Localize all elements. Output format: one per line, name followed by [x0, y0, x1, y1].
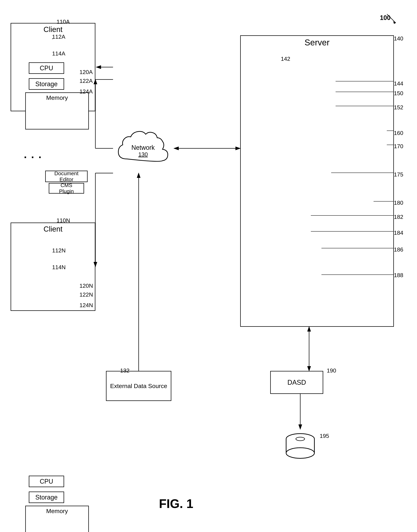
- server-box: Server CPU Storage Content Repository Co…: [240, 35, 394, 327]
- ref-160: 160: [394, 130, 403, 136]
- ref-100-arrow: [382, 10, 403, 28]
- storage-n-box: Storage: [29, 491, 64, 503]
- ref-144: 144: [394, 80, 403, 87]
- dasd-box: DASD: [270, 371, 323, 394]
- cpu-n-label: CPU: [40, 478, 53, 485]
- cpu-n-box: CPU: [29, 476, 64, 487]
- svg-text:130: 130: [138, 151, 148, 157]
- client-a-label: Client: [43, 25, 62, 34]
- dots: . . .: [24, 148, 42, 161]
- server-label: Server: [304, 38, 329, 47]
- storage-a-label: Storage: [35, 80, 58, 88]
- svg-point-8: [286, 448, 314, 458]
- ext-data-source-label: External Data Source: [110, 382, 168, 390]
- disk-symbol: [282, 429, 318, 465]
- ref-112a: 112A: [52, 33, 65, 40]
- ref-175: 175: [394, 171, 403, 178]
- network-cloud: Network 130: [113, 124, 173, 173]
- cms-plugin-a-label: CMS Plugin: [58, 182, 75, 194]
- ext-data-source-box: External Data Source: [106, 371, 171, 401]
- ref-182: 182: [394, 214, 403, 220]
- ref-124a: 124A: [80, 88, 93, 95]
- doc-editor-a-label: Document Editor: [54, 170, 79, 182]
- svg-text:Network: Network: [131, 144, 155, 151]
- memory-n-label: Memory: [46, 508, 68, 514]
- dasd-label: DASD: [287, 379, 306, 386]
- ref-110n: 110N: [56, 217, 70, 224]
- cpu-a-label: CPU: [40, 64, 53, 72]
- ref-132: 132: [120, 367, 129, 374]
- memory-a-box: Memory Document Editor CMS Plugin: [25, 92, 89, 129]
- ref-186: 186: [394, 246, 403, 253]
- storage-a-box: Storage: [29, 78, 64, 90]
- ref-190: 190: [327, 367, 336, 374]
- ref-124n: 124N: [80, 302, 93, 309]
- ref-142: 142: [281, 56, 290, 62]
- memory-a-label: Memory: [46, 94, 68, 101]
- ref-120n: 120N: [80, 283, 93, 289]
- storage-n-label: Storage: [35, 494, 58, 501]
- ref-114a: 114A: [52, 50, 65, 57]
- ref-152: 152: [394, 104, 403, 111]
- ref-170: 170: [394, 143, 403, 150]
- doc-editor-a-box: Document Editor: [45, 171, 88, 182]
- cms-plugin-a-box: CMS Plugin: [49, 183, 84, 194]
- figure-label: FIG. 1: [159, 497, 193, 511]
- ref-195: 195: [320, 433, 329, 439]
- ref-150: 150: [394, 90, 403, 97]
- ref-180: 180: [394, 199, 403, 206]
- ref-110a: 110A: [56, 19, 70, 25]
- svg-line-0: [387, 14, 396, 23]
- ref-114n: 114N: [52, 264, 66, 271]
- svg-point-9: [296, 437, 305, 441]
- client-n-label: Client: [43, 225, 62, 233]
- ref-120a: 120A: [80, 69, 93, 75]
- ref-122n: 122N: [80, 292, 93, 298]
- cpu-a-box: CPU: [29, 62, 64, 74]
- ref-184: 184: [394, 229, 403, 236]
- memory-n-box: Memory Document Editor CMS Plugin: [25, 506, 89, 532]
- ref-140: 140: [394, 35, 403, 42]
- ref-188: 188: [394, 272, 403, 279]
- ref-112n: 112N: [52, 247, 66, 254]
- ref-122a: 122A: [80, 78, 93, 84]
- diagram: 100 Client CPU Storage Memory Document E…: [0, 0, 417, 532]
